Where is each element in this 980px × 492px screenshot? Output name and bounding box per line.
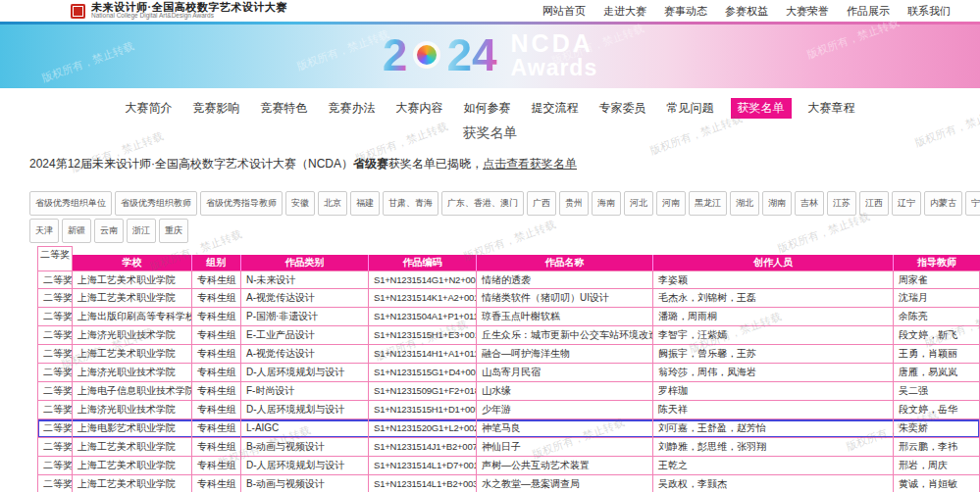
subnav-item[interactable]: 获奖名单 (731, 98, 792, 119)
banner-year-digits: 24 (446, 32, 496, 77)
table-row[interactable]: 二等奖上海济光职业技术学院专科生组D-人居环境规划与设计S1+N1231515G… (37, 364, 980, 382)
province-filters: 省级优秀组织单位省级优秀组织教师省级优秀指导教师安徽北京福建甘肃、青海广东、香港… (29, 191, 976, 243)
cell-school: 上海工艺美术职业学院 (73, 345, 192, 364)
table-row[interactable]: 二等奖上海济光职业技术学院专科生组E-工业产品设计S1+N1231515H1+E… (37, 326, 980, 345)
topnav-link[interactable]: 赛事动态 (664, 4, 707, 19)
cell-code: S1+N1231514H1+A1+011 (369, 345, 477, 364)
topnav-link[interactable]: 大赛荣誉 (786, 4, 829, 19)
cell-creators: 刘静雅，彭思维，张羽翔 (653, 438, 894, 457)
filter-tab[interactable]: 湖南 (762, 191, 792, 216)
header-creators: 创作人员 (653, 255, 894, 271)
subnav-item[interactable]: 大赛章程 (804, 98, 859, 119)
cell-creators: 毛杰永，刘锦树，王磊 (653, 289, 894, 308)
header-school: 学校 (73, 255, 192, 271)
subnav-item[interactable]: 如何参赛 (460, 98, 515, 119)
cell-creators: 阙振宇，曾乐馨，王苏 (653, 345, 894, 364)
subnav-item[interactable]: 专家委员 (595, 98, 650, 119)
filter-tab[interactable]: 江西 (859, 191, 889, 216)
subnav-item[interactable]: 竞赛影响 (189, 98, 244, 119)
table-row[interactable]: 二等奖上海电子信息职业技术学院专科生组F-时尚设计S1+N1231509G1+F… (37, 382, 980, 401)
cell-name: 少年游 (477, 401, 653, 419)
cell-category: F-时尚设计 (241, 382, 369, 401)
topnav-link[interactable]: 网站首页 (542, 4, 586, 19)
filter-tab[interactable]: 吉林 (795, 191, 824, 216)
cell-creators: 翁玲莎，周伟，凤海岩 (653, 364, 894, 382)
subnav-item[interactable]: 竞赛特色 (257, 98, 312, 119)
filter-tab[interactable]: 江苏 (827, 191, 856, 216)
cell-name: 声树—公共互动艺术装置 (477, 457, 653, 475)
table-row[interactable]: 二等奖上海工艺美术职业学院专科生组B-动画与视频设计S1+N1231514L1+… (37, 475, 980, 492)
cell-code: S1+N1231514J1+B2+007 (369, 438, 477, 457)
cell-group: 专科生组 (192, 271, 241, 289)
cell-creators: 吴政权，李颢杰 (653, 475, 894, 492)
filter-tab[interactable]: 宁夏 (965, 191, 980, 216)
filter-tab[interactable]: 省级优秀组织教师 (115, 191, 197, 216)
filter-tab[interactable]: 海南 (592, 191, 621, 216)
topnav-link[interactable]: 参赛权益 (725, 4, 768, 19)
top-nav: 网站首页走进大赛赛事动态参赛权益大赛荣誉作品展示联系我们 (542, 4, 951, 19)
filter-tab[interactable]: 辽宁 (892, 191, 921, 216)
filter-tab[interactable]: 重庆 (159, 219, 188, 243)
filter-tab[interactable]: 北京 (318, 191, 347, 216)
table-row[interactable]: 二等奖上海电影艺术职业学院专科生组L-AIGCS1+N1231520G1+L2+… (37, 419, 980, 438)
subnav-item[interactable]: 常见问题 (663, 98, 718, 119)
table-row[interactable]: 二等奖上海工艺美术职业学院专科生组D-人居环境规划与设计S1+N1231514L… (37, 457, 980, 475)
cell-award: 二等奖 (37, 271, 73, 289)
filter-tab[interactable]: 贵州 (559, 191, 589, 216)
cell-advisor: 唐雁，易岚岚 (894, 364, 980, 382)
filter-row2: 天津新疆云南浙江重庆 (29, 219, 976, 243)
cell-creators: 李智宇，汪紫嫣 (653, 326, 894, 345)
filter-tab[interactable]: 天津 (29, 219, 59, 243)
filter-tab[interactable]: 广西 (527, 191, 556, 216)
topnav-link[interactable]: 走进大赛 (603, 4, 646, 19)
filter-tab[interactable]: 内蒙古 (924, 191, 962, 216)
table-row[interactable]: 二等奖上海工艺美术职业学院专科生组A-视觉传达设计S1+N1231514H1+A… (37, 345, 980, 364)
cell-group: 专科生组 (192, 401, 241, 419)
page-title: 获奖名单 (0, 124, 980, 142)
filter-tab[interactable]: 广东、香港、澳门 (441, 191, 524, 216)
topnav-link[interactable]: 联系我们 (907, 4, 951, 19)
banner-year-zero-ball-icon (413, 41, 440, 69)
cell-creators: 刘可嘉，王舒盈，赵芳怡 (653, 419, 894, 438)
subnav-item[interactable]: 提交流程 (528, 98, 583, 119)
table-row[interactable]: 二等奖上海工艺美术职业学院专科生组N-未来设计S1+N1231514G1+N2+… (37, 271, 980, 289)
cell-name: 神仙日子 (477, 438, 653, 457)
cell-advisor: 沈瑞月 (894, 289, 980, 308)
filter-tab[interactable]: 湖北 (730, 191, 759, 216)
cell-code: S1+N1231514L1+D7+001 (369, 457, 477, 475)
table-row[interactable]: 二等奖上海工艺美术职业学院专科生组B-动画与视频设计S1+N1231514J1+… (37, 438, 980, 457)
filter-tab[interactable]: 安徽 (285, 191, 315, 216)
filter-tab[interactable]: 福建 (350, 191, 380, 216)
filter-tab[interactable]: 浙江 (127, 219, 156, 243)
subnav-item[interactable]: 竞赛办法 (325, 98, 380, 119)
top-bar: 未来设计师·全国高校数字艺术设计大赛 National College Digi… (0, 0, 980, 22)
table-row[interactable]: 二等奖上海工艺美术职业学院专科生组A-视觉传达设计S1+N1231514K1+A… (37, 289, 980, 308)
cell-group: 专科生组 (192, 308, 241, 326)
ncda-logo-seal-icon (71, 4, 85, 19)
filter-tab[interactable]: 河北 (624, 191, 653, 216)
cell-advisor: 邢岩，周庆 (894, 457, 980, 475)
subnav-item[interactable]: 大赛内容 (392, 98, 447, 119)
logo-text: 未来设计师·全国高校数字艺术设计大赛 National College Digi… (91, 2, 287, 20)
topnav-link[interactable]: 作品展示 (847, 4, 890, 19)
filter-tab[interactable]: 黑龙江 (689, 191, 727, 216)
view-awards-link[interactable]: 点击查看获奖名单 (483, 157, 577, 171)
filter-tab[interactable]: 河南 (656, 191, 686, 216)
cell-name: 神笔马良 (477, 419, 653, 438)
table-header: 二等奖 学校 组别 作品类别 作品编码 作品名称 创作人员 指导教师 (37, 246, 980, 271)
cell-creators: 王乾之 (653, 457, 894, 475)
filter-tab[interactable]: 省级优秀组织单位 (29, 191, 112, 216)
banner-art: 2 24 NCDA Awards (0, 22, 980, 88)
subnav-item[interactable]: 大赛简介 (122, 98, 177, 119)
announcement-prefix: 2024第12届未来设计师·全国高校数字艺术设计大赛（NCDA） (29, 157, 353, 171)
table-row[interactable]: 二等奖上海济光职业技术学院专科生组D-人居环境规划与设计S1+N1231515H… (37, 401, 980, 419)
cell-group: 专科生组 (192, 326, 241, 345)
filter-tab[interactable]: 云南 (94, 219, 124, 243)
filter-tab[interactable]: 甘肃、青海 (383, 191, 438, 216)
filter-tab[interactable]: 新疆 (62, 219, 91, 243)
cell-award: 二等奖 (37, 289, 73, 308)
filter-tab[interactable]: 省级优秀指导教师 (200, 191, 283, 216)
table-row[interactable]: 二等奖上海出版印刷高等专科学校专科生组P-国潮·非遗设计S1+N1231504A… (37, 308, 980, 326)
cell-school: 上海工艺美术职业学院 (73, 271, 192, 289)
banner-year-digit: 2 (383, 32, 408, 77)
